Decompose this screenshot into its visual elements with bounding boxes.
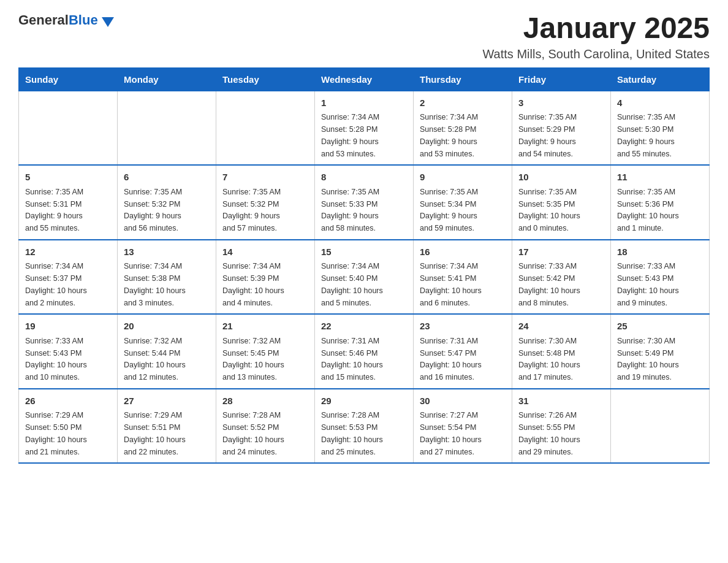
calendar-cell: 17Sunrise: 7:33 AMSunset: 5:42 PMDayligh… [512, 240, 611, 315]
day-number: 19 [25, 320, 111, 334]
calendar-cell: 25Sunrise: 7:30 AMSunset: 5:49 PMDayligh… [611, 314, 710, 389]
calendar-cell [216, 91, 315, 165]
calendar-cell: 31Sunrise: 7:26 AMSunset: 5:55 PMDayligh… [512, 389, 611, 464]
calendar-cell: 9Sunrise: 7:35 AMSunset: 5:34 PMDaylight… [414, 165, 512, 240]
day-info: Sunrise: 7:29 AMSunset: 5:51 PMDaylight:… [124, 411, 186, 456]
calendar-cell: 22Sunrise: 7:31 AMSunset: 5:46 PMDayligh… [315, 314, 414, 389]
day-number: 26 [25, 394, 111, 408]
day-info: Sunrise: 7:35 AMSunset: 5:35 PMDaylight:… [518, 188, 580, 232]
weekday-header-wednesday: Wednesday [315, 67, 414, 91]
weekday-header-monday: Monday [118, 67, 216, 91]
calendar-week-row: 5Sunrise: 7:35 AMSunset: 5:31 PMDaylight… [19, 165, 710, 240]
calendar-cell: 24Sunrise: 7:30 AMSunset: 5:48 PMDayligh… [512, 314, 611, 389]
calendar-cell: 27Sunrise: 7:29 AMSunset: 5:51 PMDayligh… [118, 389, 216, 464]
calendar-table: SundayMondayTuesdayWednesdayThursdayFrid… [18, 67, 710, 464]
calendar-cell: 18Sunrise: 7:33 AMSunset: 5:43 PMDayligh… [611, 240, 710, 315]
day-info: Sunrise: 7:35 AMSunset: 5:29 PMDaylight:… [518, 113, 577, 158]
day-number: 5 [25, 170, 111, 185]
day-info: Sunrise: 7:34 AMSunset: 5:40 PMDaylight:… [321, 262, 383, 307]
day-number: 21 [222, 320, 308, 334]
calendar-cell: 19Sunrise: 7:33 AMSunset: 5:43 PMDayligh… [19, 314, 118, 389]
calendar-cell: 16Sunrise: 7:34 AMSunset: 5:41 PMDayligh… [414, 240, 512, 315]
day-info: Sunrise: 7:35 AMSunset: 5:33 PMDaylight:… [321, 188, 379, 232]
day-number: 1 [321, 96, 407, 110]
weekday-header-tuesday: Tuesday [216, 67, 315, 91]
calendar-week-row: 19Sunrise: 7:33 AMSunset: 5:43 PMDayligh… [19, 314, 710, 389]
day-number: 10 [518, 170, 604, 185]
calendar-cell: 7Sunrise: 7:35 AMSunset: 5:32 PMDaylight… [216, 165, 315, 240]
day-info: Sunrise: 7:32 AMSunset: 5:44 PMDaylight:… [124, 337, 186, 381]
day-info: Sunrise: 7:35 AMSunset: 5:32 PMDaylight:… [222, 188, 281, 232]
calendar-cell: 8Sunrise: 7:35 AMSunset: 5:33 PMDaylight… [315, 165, 414, 240]
calendar-cell: 1Sunrise: 7:34 AMSunset: 5:28 PMDaylight… [315, 91, 414, 165]
day-number: 9 [420, 170, 506, 185]
day-info: Sunrise: 7:31 AMSunset: 5:46 PMDaylight:… [321, 337, 383, 381]
calendar-cell: 28Sunrise: 7:28 AMSunset: 5:52 PMDayligh… [216, 389, 315, 464]
calendar-cell: 23Sunrise: 7:31 AMSunset: 5:47 PMDayligh… [414, 314, 512, 389]
day-number: 20 [124, 320, 210, 334]
day-number: 16 [420, 245, 506, 259]
calendar-cell [19, 91, 118, 165]
weekday-header-thursday: Thursday [414, 67, 512, 91]
day-info: Sunrise: 7:28 AMSunset: 5:53 PMDaylight:… [321, 411, 383, 456]
calendar-cell: 15Sunrise: 7:34 AMSunset: 5:40 PMDayligh… [315, 240, 414, 315]
day-number: 11 [617, 170, 703, 185]
day-number: 28 [222, 394, 308, 408]
day-info: Sunrise: 7:28 AMSunset: 5:52 PMDaylight:… [222, 411, 284, 456]
calendar-cell [611, 389, 710, 464]
day-number: 6 [124, 170, 210, 185]
day-number: 18 [617, 245, 703, 259]
day-info: Sunrise: 7:30 AMSunset: 5:48 PMDaylight:… [518, 337, 580, 381]
day-info: Sunrise: 7:32 AMSunset: 5:45 PMDaylight:… [222, 337, 284, 381]
calendar-cell: 13Sunrise: 7:34 AMSunset: 5:38 PMDayligh… [118, 240, 216, 315]
day-number: 4 [617, 96, 703, 110]
logo-triangle-icon [102, 17, 114, 27]
day-number: 29 [321, 394, 407, 408]
day-info: Sunrise: 7:35 AMSunset: 5:30 PMDaylight:… [617, 113, 675, 158]
day-number: 3 [518, 96, 604, 110]
calendar-cell: 14Sunrise: 7:34 AMSunset: 5:39 PMDayligh… [216, 240, 315, 315]
calendar-cell: 12Sunrise: 7:34 AMSunset: 5:37 PMDayligh… [19, 240, 118, 315]
calendar-cell: 29Sunrise: 7:28 AMSunset: 5:53 PMDayligh… [315, 389, 414, 464]
weekday-header-friday: Friday [512, 67, 611, 91]
location-title: Watts Mills, South Carolina, United Stat… [482, 47, 710, 61]
calendar-week-row: 12Sunrise: 7:34 AMSunset: 5:37 PMDayligh… [19, 240, 710, 315]
day-number: 22 [321, 320, 407, 334]
logo-text: GeneralBlue [18, 12, 98, 28]
calendar-cell: 6Sunrise: 7:35 AMSunset: 5:32 PMDaylight… [118, 165, 216, 240]
day-number: 7 [222, 170, 308, 185]
day-info: Sunrise: 7:33 AMSunset: 5:43 PMDaylight:… [25, 337, 87, 381]
day-info: Sunrise: 7:35 AMSunset: 5:36 PMDaylight:… [617, 188, 679, 232]
day-info: Sunrise: 7:33 AMSunset: 5:42 PMDaylight:… [518, 262, 580, 307]
day-info: Sunrise: 7:34 AMSunset: 5:39 PMDaylight:… [222, 262, 284, 307]
day-info: Sunrise: 7:35 AMSunset: 5:34 PMDaylight:… [420, 188, 478, 232]
day-number: 27 [124, 394, 210, 408]
calendar-cell: 4Sunrise: 7:35 AMSunset: 5:30 PMDaylight… [611, 91, 710, 165]
day-info: Sunrise: 7:33 AMSunset: 5:43 PMDaylight:… [617, 262, 679, 307]
calendar-cell: 11Sunrise: 7:35 AMSunset: 5:36 PMDayligh… [611, 165, 710, 240]
calendar-cell: 10Sunrise: 7:35 AMSunset: 5:35 PMDayligh… [512, 165, 611, 240]
calendar-cell [118, 91, 216, 165]
day-number: 31 [518, 394, 604, 408]
calendar-cell: 20Sunrise: 7:32 AMSunset: 5:44 PMDayligh… [118, 314, 216, 389]
weekday-header-saturday: Saturday [611, 67, 710, 91]
day-info: Sunrise: 7:34 AMSunset: 5:41 PMDaylight:… [420, 262, 482, 307]
logo: GeneralBlue [18, 12, 114, 28]
title-area: January 2025 Watts Mills, South Carolina… [482, 12, 710, 61]
day-number: 8 [321, 170, 407, 185]
day-number: 30 [420, 394, 506, 408]
calendar-week-row: 26Sunrise: 7:29 AMSunset: 5:50 PMDayligh… [19, 389, 710, 464]
calendar-cell: 2Sunrise: 7:34 AMSunset: 5:28 PMDaylight… [414, 91, 512, 165]
day-info: Sunrise: 7:34 AMSunset: 5:37 PMDaylight:… [25, 262, 87, 307]
calendar-week-row: 1Sunrise: 7:34 AMSunset: 5:28 PMDaylight… [19, 91, 710, 165]
day-number: 17 [518, 245, 604, 259]
day-number: 13 [124, 245, 210, 259]
day-info: Sunrise: 7:34 AMSunset: 5:28 PMDaylight:… [420, 113, 478, 158]
calendar-header-row: SundayMondayTuesdayWednesdayThursdayFrid… [19, 67, 710, 91]
day-info: Sunrise: 7:27 AMSunset: 5:54 PMDaylight:… [420, 411, 482, 456]
day-number: 14 [222, 245, 308, 259]
weekday-header-sunday: Sunday [19, 67, 118, 91]
day-info: Sunrise: 7:34 AMSunset: 5:38 PMDaylight:… [124, 262, 186, 307]
day-info: Sunrise: 7:30 AMSunset: 5:49 PMDaylight:… [617, 337, 679, 381]
day-number: 25 [617, 320, 703, 334]
